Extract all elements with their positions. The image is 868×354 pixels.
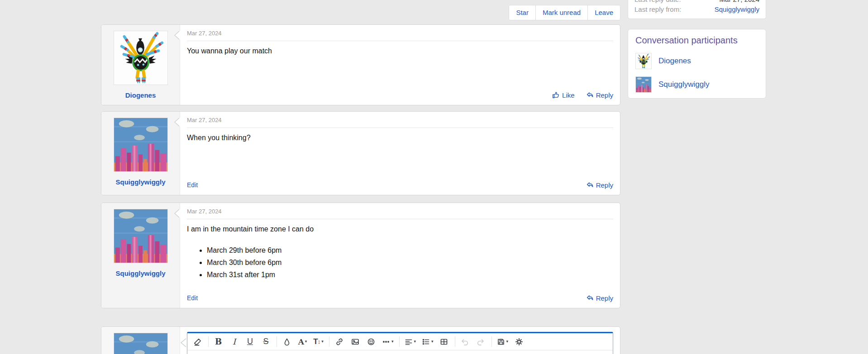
font-size-button[interactable]: T↕▾ bbox=[312, 335, 324, 348]
list-button[interactable]: ▾ bbox=[420, 335, 434, 348]
mark-unread-button[interactable]: Mark unread bbox=[536, 5, 588, 20]
last-reply-date-row: Last reply date: Mar 27, 2024 bbox=[634, 0, 759, 5]
editor-pointer bbox=[181, 338, 187, 347]
insert-image-button[interactable] bbox=[349, 335, 361, 348]
conversation-info-card: Last reply date: Mar 27, 2024 Last reply… bbox=[628, 0, 766, 19]
toolbar-separator bbox=[329, 336, 329, 347]
author-username-link[interactable]: Diogenes bbox=[101, 91, 180, 99]
message-actions: Edit Reply bbox=[187, 181, 613, 189]
message: Squigglywiggly Mar 27, 2024 When you thi… bbox=[101, 111, 620, 195]
link-icon bbox=[335, 337, 344, 346]
strikethrough-icon: S bbox=[263, 337, 268, 346]
leave-button[interactable]: Leave bbox=[588, 5, 620, 20]
rich-text-editor[interactable]: B I U S A▾ T↕▾ bbox=[187, 332, 613, 354]
insert-table-button[interactable] bbox=[438, 335, 450, 348]
author-username-link[interactable]: Squigglywiggly bbox=[101, 178, 180, 186]
availability-list: March 29th before 6pm March 30th before … bbox=[187, 244, 613, 281]
redo-icon bbox=[476, 337, 485, 346]
font-icon: A bbox=[298, 337, 304, 346]
message-author-cell: Squigglywiggly bbox=[101, 112, 180, 195]
insert-link-button[interactable] bbox=[333, 335, 345, 348]
bubble-pointer bbox=[175, 31, 180, 40]
image-icon bbox=[351, 337, 360, 346]
bullet-list-icon bbox=[421, 337, 430, 346]
align-left-icon bbox=[404, 337, 413, 346]
avatar[interactable] bbox=[114, 209, 168, 263]
reply-arrow-icon bbox=[586, 294, 594, 302]
participant-username-link[interactable]: Squigglywiggly bbox=[658, 80, 709, 89]
like-label: Like bbox=[562, 91, 575, 99]
like-button[interactable]: Like bbox=[552, 91, 575, 99]
last-reply-from-row: Last reply from: Squigglywiggly bbox=[634, 5, 759, 14]
reply-arrow-icon bbox=[586, 91, 594, 99]
drafts-button[interactable]: ▾ bbox=[496, 335, 510, 348]
alignment-button[interactable]: ▾ bbox=[403, 335, 417, 348]
message-author-cell: Squigglywiggly bbox=[101, 203, 180, 308]
chevron-down-icon: ▾ bbox=[391, 340, 394, 344]
message-text: I am in the mountain time zone I can do bbox=[187, 225, 613, 233]
underline-button[interactable]: U bbox=[244, 335, 256, 348]
reply-button[interactable]: Reply bbox=[586, 181, 613, 189]
message-actions: Like Reply bbox=[187, 91, 613, 99]
edit-button[interactable]: Edit bbox=[187, 181, 198, 189]
ellipsis-icon bbox=[382, 337, 391, 346]
message-text: You wanna play our match bbox=[187, 47, 613, 55]
participants-title: Conversation participants bbox=[635, 35, 758, 46]
redo-button[interactable] bbox=[475, 335, 487, 348]
conversation-participants-card: Conversation participants Diogenes Squig… bbox=[628, 29, 766, 99]
list-item: March 29th before 6pm bbox=[207, 244, 613, 256]
toolbar-separator bbox=[277, 336, 277, 347]
droplet-icon bbox=[282, 337, 291, 346]
reply-arrow-icon bbox=[586, 181, 594, 189]
up-down-arrow-icon: ↕ bbox=[318, 338, 321, 345]
table-icon bbox=[439, 337, 448, 346]
font-family-button[interactable]: A▾ bbox=[296, 335, 309, 348]
bold-button[interactable]: B bbox=[212, 335, 224, 348]
last-reply-from-link[interactable]: Squigglywiggly bbox=[715, 5, 759, 14]
remove-format-button[interactable] bbox=[191, 335, 204, 348]
strikethrough-button[interactable]: S bbox=[260, 335, 272, 348]
emoji-button[interactable] bbox=[365, 335, 377, 348]
chevron-down-icon: ▾ bbox=[506, 340, 509, 344]
editor-content-area[interactable] bbox=[187, 350, 613, 354]
avatar[interactable] bbox=[114, 118, 168, 172]
toolbar-separator bbox=[399, 336, 400, 347]
undo-button[interactable] bbox=[459, 335, 471, 348]
gear-icon bbox=[515, 337, 524, 346]
author-username-link[interactable]: Squigglywiggly bbox=[101, 269, 180, 277]
avatar[interactable] bbox=[635, 53, 652, 69]
italic-button[interactable]: I bbox=[228, 335, 240, 348]
floppy-disk-icon bbox=[496, 337, 506, 346]
avatar[interactable] bbox=[114, 333, 168, 354]
message-date: Mar 27, 2024 bbox=[187, 208, 613, 219]
message: Diogenes Mar 27, 2024 You wanna play our… bbox=[101, 24, 620, 105]
bubble-pointer bbox=[175, 118, 180, 127]
sidebar: Last reply date: Mar 27, 2024 Last reply… bbox=[628, 0, 766, 354]
chevron-down-icon: ▾ bbox=[321, 340, 324, 344]
conversation-actions: Star Mark unread Leave bbox=[509, 5, 620, 20]
participant-row: Diogenes bbox=[635, 53, 758, 69]
reply-editor-block: B I U S A▾ T↕▾ bbox=[101, 326, 620, 354]
more-options-button[interactable]: ▾ bbox=[381, 335, 395, 348]
toolbar-separator bbox=[491, 336, 492, 347]
editor-area: B I U S A▾ T↕▾ bbox=[180, 327, 620, 354]
avatar[interactable] bbox=[635, 76, 652, 93]
message-bubble: Mar 27, 2024 When you thinking? Edit Rep… bbox=[180, 112, 620, 195]
avatar[interactable] bbox=[114, 31, 168, 85]
text-color-button[interactable] bbox=[281, 335, 293, 348]
star-button[interactable]: Star bbox=[509, 5, 536, 20]
editor-author-cell bbox=[101, 327, 180, 354]
participant-username-link[interactable]: Diogenes bbox=[658, 57, 691, 66]
toolbar-separator bbox=[208, 336, 209, 347]
reply-label: Reply bbox=[596, 181, 613, 189]
edit-button[interactable]: Edit bbox=[187, 294, 198, 302]
last-reply-date-label: Last reply date: bbox=[634, 0, 681, 5]
toolbar-separator bbox=[455, 336, 455, 347]
editor-settings-button[interactable] bbox=[513, 335, 525, 348]
reply-button[interactable]: Reply bbox=[586, 91, 613, 99]
participant-row: Squigglywiggly bbox=[635, 76, 758, 93]
message-bubble: Mar 27, 2024 You wanna play our match Li… bbox=[180, 25, 620, 105]
editor-toolbar: B I U S A▾ T↕▾ bbox=[187, 333, 613, 350]
last-reply-date-value: Mar 27, 2024 bbox=[720, 0, 759, 5]
reply-button[interactable]: Reply bbox=[586, 294, 613, 302]
